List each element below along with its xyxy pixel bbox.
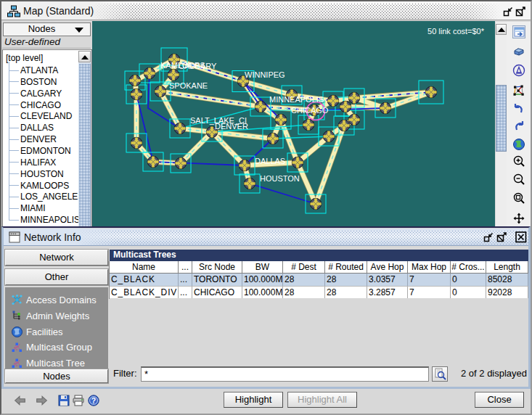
svg-text:MINNEAPOLIS: MINNEAPOLIS bbox=[269, 95, 324, 104]
svg-text:WINNIPEG: WINNIPEG bbox=[245, 70, 285, 79]
svg-text:DENVER: DENVER bbox=[215, 122, 248, 131]
svg-text:HOUSTON: HOUSTON bbox=[260, 174, 300, 183]
svg-text:CHICAGO: CHICAGO bbox=[291, 106, 329, 115]
svg-text:50 link cost=$0*: 50 link cost=$0* bbox=[427, 27, 485, 36]
svg-text:?: ? bbox=[91, 396, 96, 405]
svg-text:CALGARY: CALGARY bbox=[179, 62, 217, 70]
svg-text:SPOKANE: SPOKANE bbox=[169, 81, 208, 90]
svg-text:DALLAS: DALLAS bbox=[255, 157, 285, 165]
